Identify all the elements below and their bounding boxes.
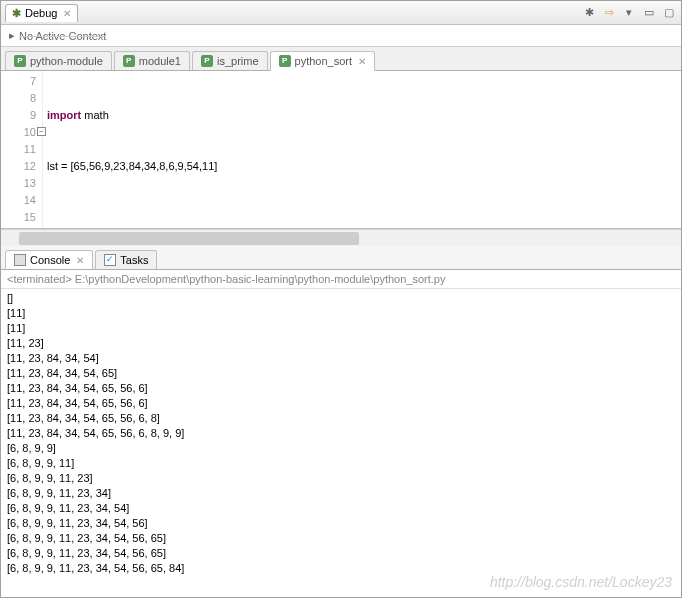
console-line: [] <box>7 291 675 306</box>
console-line: [6, 8, 9, 9, 11, 23, 34, 54, 56, 65] <box>7 531 675 546</box>
console-line: [6, 8, 9, 9, 11, 23] <box>7 471 675 486</box>
dropdown-icon[interactable]: ▾ <box>621 5 637 21</box>
console-line: [11, 23, 84, 34, 54, 65, 56, 6, 8] <box>7 411 675 426</box>
tasks-tab-label: Tasks <box>120 254 148 266</box>
console-line: [6, 8, 9, 9, 11, 23, 34, 54, 56, 65, 84] <box>7 576 675 579</box>
code-line: import math <box>47 107 677 124</box>
console-status: <terminated> E:\pythonDevelopment\python… <box>1 270 681 289</box>
console-line: [6, 8, 9, 9, 11, 23, 34, 54, 56] <box>7 516 675 531</box>
expand-icon[interactable]: ▸ <box>9 29 15 42</box>
console-tab-label: Console <box>30 254 70 266</box>
debug-context-bar: ▸ No Active Context <box>1 25 681 47</box>
step-icon[interactable]: ⇨ <box>601 5 617 21</box>
fold-marker-icon[interactable]: − <box>37 127 46 136</box>
skip-breakpoints-icon[interactable]: ✱ <box>581 5 597 21</box>
tasks-tab[interactable]: Tasks <box>95 250 157 269</box>
close-icon[interactable]: ✕ <box>76 255 84 266</box>
gutter-line: 7 <box>3 73 36 90</box>
gutter-line: 14 <box>3 192 36 209</box>
editor-tab-label: python_sort <box>295 55 352 67</box>
gutter-line: 9 <box>3 107 36 124</box>
close-icon[interactable]: ✕ <box>63 8 71 19</box>
python-file-icon: P <box>14 55 26 67</box>
gutter-line: 15 <box>3 209 36 226</box>
code-area[interactable]: import math lst = [65,56,9,23,84,34,8,6,… <box>43 71 681 228</box>
console-line: [11] <box>7 321 675 336</box>
python-file-icon: P <box>201 55 213 67</box>
editor-tab-is-prime[interactable]: Pis_prime <box>192 51 268 70</box>
code-line <box>47 209 677 226</box>
console-line: [11] <box>7 306 675 321</box>
console-line: [6, 8, 9, 9] <box>7 441 675 456</box>
editor-tab-module1[interactable]: Pmodule1 <box>114 51 190 70</box>
console-line: [6, 8, 9, 9, 11, 23, 34] <box>7 486 675 501</box>
debug-view-title: Debug <box>25 7 57 19</box>
gutter-line: 13 <box>3 175 36 192</box>
gutter-line: 12 <box>3 158 36 175</box>
console-line: [11, 23, 84, 34, 54, 65, 56, 6, 8, 9, 9] <box>7 426 675 441</box>
console-line: [11, 23, 84, 34, 54, 65, 56, 6] <box>7 381 675 396</box>
bottom-panel-tabs: Console✕ Tasks <box>1 246 681 270</box>
editor-tab-python-sort[interactable]: Ppython_sort✕ <box>270 51 375 71</box>
python-file-icon: P <box>123 55 135 67</box>
scrollbar-thumb[interactable] <box>19 232 359 245</box>
code-editor[interactable]: 7 8 9 10− 11 12 13 14 15 import math lst… <box>1 71 681 229</box>
tasks-icon <box>104 254 116 266</box>
editor-tabs: Ppython-module Pmodule1 Pis_prime Ppytho… <box>1 47 681 71</box>
editor-tab-label: python-module <box>30 55 103 67</box>
console-icon <box>14 254 26 266</box>
close-icon[interactable]: ✕ <box>358 56 366 67</box>
console-line: [6, 8, 9, 9, 11, 23, 34, 54] <box>7 501 675 516</box>
console-line: [11, 23, 84, 34, 54, 65] <box>7 366 675 381</box>
horizontal-scrollbar[interactable] <box>1 229 681 246</box>
minimize-icon[interactable]: ▭ <box>641 5 657 21</box>
console-line: [6, 8, 9, 9, 11, 23, 34, 54, 56, 65, 84] <box>7 561 675 576</box>
gutter-line: 10− <box>3 124 36 141</box>
console-output[interactable]: [] [11] [11] [11, 23] [11, 23, 84, 34, 5… <box>1 289 681 579</box>
console-line: [11, 23, 84, 34, 54, 65, 56, 6] <box>7 396 675 411</box>
editor-tab-python-module[interactable]: Ppython-module <box>5 51 112 70</box>
debug-context-text: No Active Context <box>19 30 106 42</box>
console-line: [11, 23, 84, 34, 54] <box>7 351 675 366</box>
maximize-icon[interactable]: ▢ <box>661 5 677 21</box>
editor-tab-label: module1 <box>139 55 181 67</box>
console-tab[interactable]: Console✕ <box>5 250 93 269</box>
code-line: lst = [65,56,9,23,84,34,8,6,9,54,11] <box>47 158 677 175</box>
debug-view-tab[interactable]: ✱ Debug ✕ <box>5 4 78 22</box>
bug-icon: ✱ <box>12 7 21 20</box>
gutter: 7 8 9 10− 11 12 13 14 15 <box>1 71 43 228</box>
gutter-line: 11 <box>3 141 36 158</box>
debug-toolbar: ✱ ⇨ ▾ ▭ ▢ <box>581 5 677 21</box>
console-line: [6, 8, 9, 9, 11] <box>7 456 675 471</box>
python-file-icon: P <box>279 55 291 67</box>
console-line: [6, 8, 9, 9, 11, 23, 34, 54, 56, 65] <box>7 546 675 561</box>
editor-tab-label: is_prime <box>217 55 259 67</box>
console-line: [11, 23] <box>7 336 675 351</box>
debug-view-header: ✱ Debug ✕ ✱ ⇨ ▾ ▭ ▢ <box>1 1 681 25</box>
gutter-line: 8 <box>3 90 36 107</box>
